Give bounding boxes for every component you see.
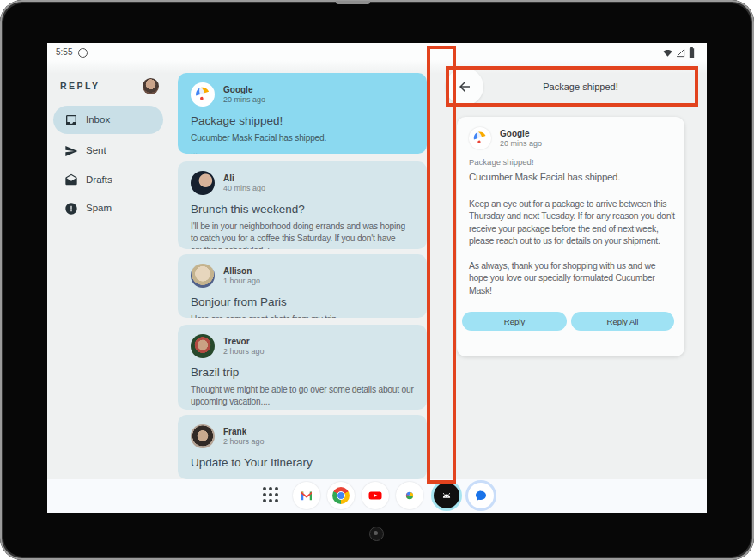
email-list-item-trevor[interactable]: Trevor 2 hours ago Brazil trip Thought w…: [178, 325, 427, 410]
status-icons: [663, 47, 695, 58]
sender-avatar: [191, 264, 215, 288]
google-umbrella-avatar: [191, 82, 215, 107]
drafts-icon: [64, 173, 78, 187]
send-icon: [64, 144, 78, 158]
email-sender: Google: [223, 85, 265, 95]
detail-subject: Package shipped!: [469, 157, 672, 167]
front-camera: [369, 527, 384, 541]
sidebar-item-inbox[interactable]: Inbox: [47, 106, 176, 135]
cellular-icon: [676, 48, 685, 58]
detail-header-title: Package shipped!: [456, 82, 705, 92]
power-button: [336, 1, 370, 4]
google-umbrella-avatar: [469, 127, 491, 149]
profile-avatar[interactable]: [143, 78, 159, 94]
gmail-app-icon[interactable]: [293, 482, 320, 509]
app-grid-icon: [263, 487, 279, 503]
detail-body-paragraph: Keep an eye out for a package to arrive …: [469, 198, 675, 247]
tablet-screen: 5:55 REPLY Inbox Sent Drafts Spam: [47, 43, 707, 513]
chat-bubble-icon: [473, 488, 489, 503]
sender-avatar: [191, 424, 215, 448]
messages-app-icon[interactable]: [465, 480, 496, 511]
chrome-icon: [332, 487, 350, 504]
sidebar-item-label: Sent: [86, 145, 106, 155]
battery-icon: [689, 47, 695, 58]
email-time: 2 hours ago: [223, 347, 265, 356]
email-list-item-google[interactable]: Google 20 mins ago Package shipped! Cucu…: [178, 73, 427, 154]
spam-icon: [64, 202, 78, 216]
sidebar-item-spam[interactable]: Spam: [47, 194, 176, 223]
email-preview: I'll be in your neighborhood doing erran…: [191, 221, 414, 249]
reply-button[interactable]: Reply: [462, 312, 567, 331]
email-list-item-frank[interactable]: Frank 2 hours ago Update to Your Itinera…: [178, 415, 427, 479]
photos-icon: [401, 487, 418, 504]
sender-avatar: [191, 334, 215, 358]
email-sender: Allison: [223, 266, 260, 277]
android-emulator-app-icon[interactable]: [431, 480, 462, 511]
inbox-icon: [64, 113, 78, 127]
sidebar-item-label: Inbox: [86, 114, 110, 125]
email-detail-card: Google 20 mins ago Package shipped! Cucu…: [457, 117, 684, 356]
email-preview-ellipsis: ...: [191, 146, 414, 154]
alarm-icon: [78, 48, 88, 58]
photos-app-icon[interactable]: [396, 482, 423, 509]
youtube-app-icon[interactable]: [362, 482, 389, 509]
email-time: 2 hours ago: [223, 437, 265, 447]
sidebar-item-label: Spam: [86, 203, 112, 213]
email-sender: Ali: [223, 173, 265, 184]
email-subject: Brunch this weekend?: [191, 203, 414, 216]
detail-sender: Google: [500, 129, 542, 139]
all-apps-button[interactable]: [258, 482, 285, 509]
detail-time: 20 mins ago: [500, 139, 542, 149]
email-sender: Frank: [223, 427, 265, 437]
email-list-item-allison[interactable]: Allison 1 hour ago Bonjour from Paris He…: [178, 254, 427, 318]
email-subject: Update to Your Itinerary: [191, 456, 414, 469]
sidebar-item-label: Drafts: [86, 174, 112, 185]
email-time: 20 mins ago: [223, 95, 265, 105]
email-time: 40 mins ago: [223, 184, 265, 193]
detail-body-paragraph: As always, thank you for shopping with u…: [469, 259, 675, 297]
email-subject: Bonjour from Paris: [191, 295, 414, 308]
screenshot-stage: 5:55 REPLY Inbox Sent Drafts Spam: [0, 0, 754, 560]
chrome-app-icon[interactable]: [327, 482, 355, 509]
app-title: REPLY: [60, 81, 100, 91]
youtube-icon: [367, 487, 384, 504]
gmail-icon: [299, 488, 314, 503]
detail-body-paragraph: Cucumber Mask Facial has shipped.: [469, 171, 675, 184]
wifi-icon: [663, 48, 672, 58]
email-preview: Thought we might be able to go over some…: [191, 384, 414, 408]
android-icon: [439, 488, 454, 503]
email-preview: Here are some great shots from my trip..…: [191, 313, 414, 318]
email-preview: Cucumber Mask Facial has shipped.: [191, 132, 414, 144]
email-subject: Brazil trip: [191, 366, 414, 379]
sidebar-item-sent[interactable]: Sent: [47, 137, 176, 166]
email-subject: Package shipped!: [191, 114, 414, 127]
sender-avatar: [191, 171, 215, 195]
status-time: 5:55: [56, 47, 72, 57]
email-list-item-ali[interactable]: Ali 40 mins ago Brunch this weekend? I'l…: [178, 161, 427, 249]
email-time: 1 hour ago: [223, 277, 260, 286]
reply-all-button[interactable]: Reply All: [571, 312, 674, 331]
sidebar-item-drafts[interactable]: Drafts: [47, 166, 176, 195]
email-sender: Trevor: [223, 337, 265, 347]
